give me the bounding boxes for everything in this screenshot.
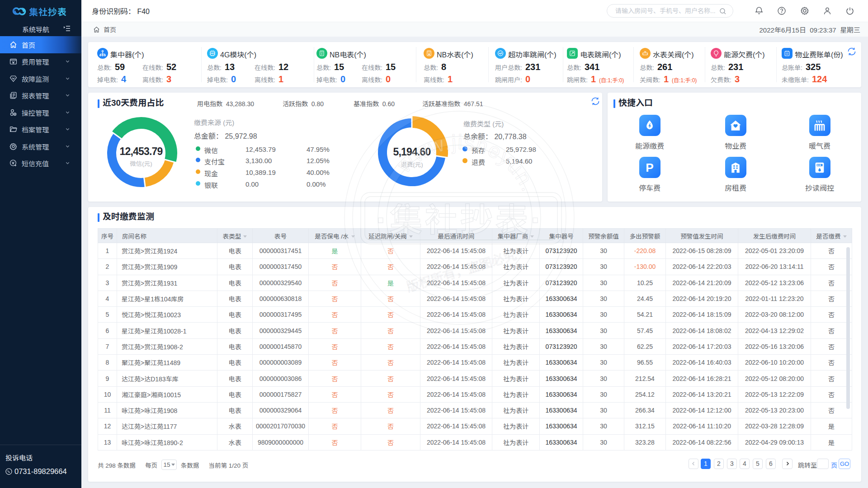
svg-text:P: P <box>646 161 654 174</box>
svg-text:4G: 4G <box>211 52 214 55</box>
